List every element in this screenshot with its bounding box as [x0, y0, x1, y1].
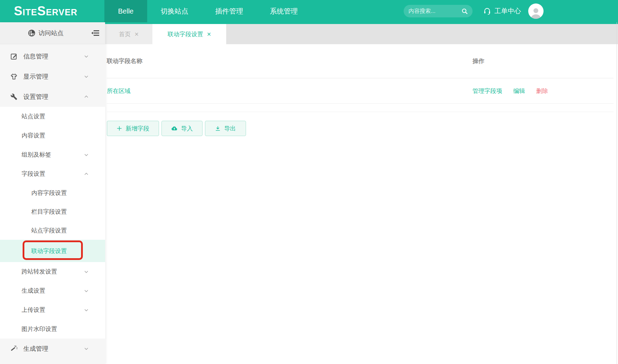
edit-link[interactable]: 编辑	[513, 87, 525, 95]
sidebar-item-content-settings[interactable]: 内容设置	[0, 126, 105, 145]
sidebar-item-site-field-settings[interactable]: 站点字段设置	[0, 221, 105, 240]
topbar: S ITE S ERVER Belle 切换站点 插件管理 系统管理 工单中心	[0, 0, 618, 22]
sidebar-item-label: 图片水印设置	[22, 325, 57, 333]
edit-icon	[10, 53, 17, 60]
row-operations: 管理字段项 编辑 删除	[473, 87, 613, 95]
export-button[interactable]: 导出	[205, 121, 246, 136]
sidebar: 访问站点 信息管理	[0, 22, 105, 364]
sidebar-item-channel-field-settings[interactable]: 栏目字段设置	[0, 202, 105, 221]
download-icon	[215, 126, 221, 131]
sidebar-item-label: 生成管理	[23, 345, 48, 353]
collapse-sidebar-icon[interactable]	[91, 30, 100, 37]
delete-link[interactable]: 删除	[536, 87, 548, 95]
sidebar-item-label: 跨站转发设置	[22, 268, 57, 276]
table-footer-spacer	[107, 104, 613, 112]
sidebar-item-label: 联动字段设置	[31, 247, 67, 255]
user-avatar[interactable]	[528, 3, 544, 19]
sidebar-item-label: 字段设置	[22, 170, 45, 178]
sidebar-item-label: 站点字段设置	[31, 227, 67, 235]
add-field-button[interactable]: 新增字段	[107, 121, 159, 136]
sidebar-item-label: 内容设置	[22, 132, 45, 140]
sidebar-item-display-manage[interactable]: 显示管理	[0, 66, 105, 87]
sidebar-item-cross-site-forward[interactable]: 跨站转发设置	[0, 262, 105, 281]
ticket-center-label: 工单中心	[494, 7, 521, 16]
search-icon[interactable]	[461, 8, 468, 14]
chevron-down-icon	[84, 288, 89, 294]
search-input[interactable]	[409, 8, 461, 14]
sidebar-item-site-settings[interactable]: 站点设置	[0, 107, 105, 126]
logo-part: S	[37, 4, 46, 18]
sidebar-item-label: 设置管理	[23, 93, 48, 101]
sidebar-item-generate-settings[interactable]: 生成设置	[0, 281, 105, 300]
cloud-upload-icon	[171, 126, 177, 131]
shirt-icon	[10, 73, 17, 80]
table-row: 所在区域 管理字段项 编辑 删除	[107, 78, 613, 104]
current-site-tab[interactable]: Belle	[104, 0, 147, 22]
sidebar-item-upload-settings[interactable]: 上传设置	[0, 300, 105, 319]
sidebar-item-label: 组别及标签	[22, 151, 51, 159]
sidebar-header: 访问站点	[0, 22, 105, 44]
sidebar-item-label: 内容字段设置	[31, 189, 67, 197]
content-search-box[interactable]	[404, 5, 473, 17]
sidebar-item-label: 站点设置	[22, 112, 45, 120]
visit-site-label: 访问站点	[39, 29, 64, 37]
sidebar-item-label: 生成设置	[22, 287, 45, 295]
globe-icon	[28, 29, 35, 37]
toolbar: 新增字段 导入	[107, 121, 613, 136]
table-header-row: 联动字段名称 操作	[107, 44, 613, 78]
chevron-up-icon	[84, 171, 89, 177]
ticket-center-link[interactable]: 工单中心	[483, 7, 521, 16]
sidebar-item-label: 上传设置	[22, 306, 45, 314]
sidebar-item-info-manage[interactable]: 信息管理	[0, 46, 105, 66]
sidebar-item-generate-manage[interactable]: 生成管理	[0, 339, 105, 359]
chevron-down-icon	[84, 74, 89, 79]
settings-submenu: 站点设置 内容设置 组别及标签 字段设置	[0, 107, 105, 339]
field-name-link[interactable]: 所在区域	[107, 87, 473, 95]
app-shell: 访问站点 信息管理	[0, 22, 618, 364]
column-header-name: 联动字段名称	[107, 57, 473, 65]
chevron-down-icon	[84, 54, 89, 59]
main-panel: 联动字段名称 操作 所在区域 管理字段项 编辑 删除	[105, 44, 618, 364]
button-label: 导入	[181, 125, 193, 133]
chevron-down-icon	[84, 152, 89, 158]
sidebar-menu: 信息管理 显示管理	[0, 44, 105, 359]
chevron-up-icon	[84, 94, 89, 100]
window-scrollbar-track[interactable]	[617, 22, 617, 364]
import-button[interactable]: 导入	[161, 121, 203, 136]
tab-label: 联动字段设置	[168, 30, 203, 38]
sidebar-item-settings-manage[interactable]: 设置管理	[0, 87, 105, 107]
sidebar-item-image-watermark-settings[interactable]: 图片水印设置	[0, 319, 105, 339]
logo-part: ITE	[23, 7, 37, 17]
button-label: 新增字段	[126, 125, 149, 133]
sidebar-item-linkage-field-settings[interactable]: 联动字段设置	[0, 240, 105, 262]
chevron-down-icon	[84, 269, 89, 275]
button-label: 导出	[224, 125, 236, 133]
chevron-down-icon	[84, 307, 89, 313]
close-icon[interactable]: ×	[207, 31, 211, 38]
logo-part: S	[14, 4, 23, 18]
siteserver-logo: S ITE S ERVER	[14, 4, 90, 18]
close-icon[interactable]: ×	[135, 31, 139, 38]
top-navigation: 切换站点 插件管理 系统管理	[147, 0, 311, 22]
sidebar-item-label: 栏目字段设置	[31, 208, 67, 216]
wrench-icon	[10, 93, 17, 100]
sidebar-item-label: 显示管理	[23, 72, 48, 81]
page-tabs: 首页 × 联动字段设置 ×	[105, 22, 618, 44]
manage-field-items-link[interactable]: 管理字段项	[473, 87, 502, 95]
nav-item-switch-site[interactable]: 切换站点	[147, 0, 202, 22]
chevron-down-icon	[84, 346, 89, 351]
tab-linkage-field-settings[interactable]: 联动字段设置 ×	[152, 24, 226, 44]
sidebar-item-groups-tags[interactable]: 组别及标签	[0, 145, 105, 164]
column-header-operations: 操作	[473, 57, 613, 65]
sidebar-item-content-field-settings[interactable]: 内容字段设置	[0, 183, 105, 202]
sidebar-item-field-settings[interactable]: 字段设置	[0, 164, 105, 183]
nav-item-plugin-manage[interactable]: 插件管理	[202, 0, 256, 22]
logo-part: ERVER	[46, 7, 78, 17]
tab-home[interactable]: 首页 ×	[105, 24, 152, 44]
nav-item-system-manage[interactable]: 系统管理	[256, 0, 311, 22]
visit-site-link[interactable]: 访问站点	[28, 29, 78, 37]
plus-icon	[117, 126, 122, 131]
headset-icon	[483, 7, 491, 15]
tab-label: 首页	[119, 30, 131, 38]
content-area: 首页 × 联动字段设置 × 联动字段名称 操作 所在区域 管理字段项 编辑 删除	[105, 22, 618, 364]
